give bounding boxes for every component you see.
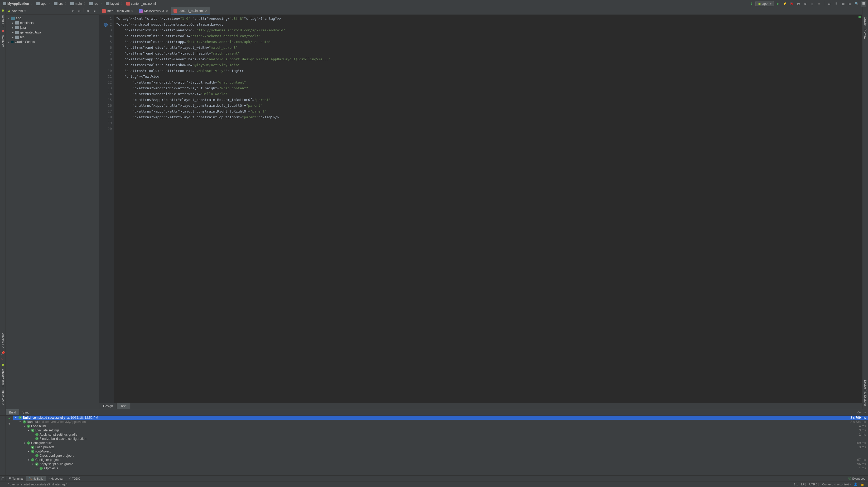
settings-icon[interactable]: ☰ [861, 1, 866, 7]
tree-item[interactable]: ▸java [6, 25, 99, 30]
editor-area: menu_main.xml×MainActivity.kt×content_ma… [99, 7, 862, 409]
build-row[interactable]: Finalize build cache configuration [13, 437, 868, 441]
build-label: Load build [31, 424, 859, 428]
bottom-tool-stripe: ▢ ⌘Terminal 🔨4: Build ≡6: Logcat ✓TODO ⓘ… [0, 476, 868, 481]
resource-manager-icon[interactable]: ▤ [847, 1, 853, 7]
code-editor[interactable]: "c-tag"><?xml "c-attr">version="1.0" "c-… [114, 15, 862, 403]
status-ok-icon [31, 446, 34, 449]
terminal-tool-tab[interactable]: ⌘Terminal [6, 476, 26, 481]
sdk-manager-icon[interactable]: ⬇ [833, 1, 839, 7]
build-row[interactable]: ▾Run build /Users/eric/Sites/MyApplicati… [13, 420, 868, 424]
gradle-tool-tab[interactable]: Gradle [863, 15, 867, 27]
editor-tab[interactable]: MainActivity.kt× [136, 7, 171, 14]
editor-tab[interactable]: menu_main.xml× [99, 7, 136, 14]
build-row[interactable]: ▾Evaluate settings3 ms [13, 428, 868, 432]
captures-icon [2, 30, 4, 32]
sync-tab[interactable]: Sync [19, 409, 33, 415]
tree-item[interactable]: ▾app [6, 16, 99, 21]
cursor-position[interactable]: 1:1 [792, 483, 800, 486]
run-configuration-selector[interactable]: ▣ app ▾ [755, 1, 774, 6]
build-row[interactable]: Apply script settings.gradle1 ms [13, 432, 868, 437]
tree-item[interactable]: ▸generatedJava [6, 30, 99, 35]
inspection-icon[interactable]: 👤 [852, 483, 859, 486]
build-tree[interactable]: ▾Build: completed successfully at 10/31/… [13, 416, 868, 476]
hammer-icon: 🔨 [29, 477, 32, 480]
filter-icon[interactable]: ▼ [8, 422, 11, 426]
close-tab-icon[interactable]: × [166, 9, 168, 13]
kotlin-file-icon [139, 9, 143, 13]
logcat-tool-tab[interactable]: ≡6: Logcat [46, 476, 66, 481]
line-separator[interactable]: LF‡ [800, 483, 808, 486]
build-row[interactable]: ▾Apply script build.gradle96 ms [13, 462, 868, 466]
avd-manager-icon[interactable]: ⊡ [826, 1, 832, 7]
device-file-explorer-tool-tab[interactable]: Device File Explorer [863, 379, 867, 408]
build-tab[interactable]: Build [6, 409, 19, 415]
preview-tool-tab[interactable]: Preview [863, 27, 867, 40]
hide-icon[interactable]: ⇥ [91, 8, 97, 14]
breadcrumb-folder[interactable]: layout [105, 1, 120, 6]
lock-icon[interactable]: 🔒 [859, 483, 866, 486]
build-sidebar: ✔ ▼ [6, 416, 13, 476]
favorites-tool-tab[interactable]: 2: Favorites [1, 331, 5, 350]
build-row[interactable]: ▾Configure build209 ms [13, 441, 868, 445]
profile-button[interactable]: ◔ [796, 1, 801, 7]
project-view-selector[interactable]: ◆ Android ▾ [8, 9, 70, 13]
gear-icon[interactable]: ⚙ [85, 8, 91, 14]
build-row[interactable]: ▾allprojects1 ms [13, 466, 868, 470]
editor-gutter[interactable]: 1 234567891011121314151617181920 [99, 15, 114, 403]
design-tab[interactable]: Design [99, 403, 117, 409]
event-log-tool-tab[interactable]: ⓘEvent Log [845, 476, 868, 481]
build-label: rootProject [35, 450, 866, 453]
run-button[interactable]: ▶ [775, 1, 781, 7]
build-timing: 3 s 799 ms [850, 416, 866, 420]
apply-changes-icon[interactable]: ⚡ [782, 1, 787, 7]
layout-inspector-icon[interactable]: ▦ [840, 1, 846, 7]
hide-icon[interactable]: ⤓ [862, 409, 868, 415]
breadcrumb-folder[interactable]: main [69, 1, 83, 6]
editor-tab[interactable]: content_main.xml× [171, 7, 210, 14]
build-row[interactable]: Load projects3 ms [13, 445, 868, 449]
file-encoding[interactable]: UTF-8‡ [808, 483, 820, 486]
tree-item[interactable]: ▸manifests [6, 21, 99, 25]
breadcrumb-file[interactable]: content_main.xml [125, 1, 157, 6]
device-icon[interactable]: ▯ [809, 1, 815, 7]
gear-icon[interactable]: ⚙▾ [857, 409, 862, 415]
sync-gradle-icon[interactable]: ⤓ [749, 1, 754, 7]
build-row[interactable]: ▾Build: completed successfully at 10/31/… [13, 416, 868, 420]
breadcrumb-folder[interactable]: res [88, 1, 99, 6]
build-row[interactable]: ▾Configure project :97 ms [13, 458, 868, 462]
attach-debugger-icon[interactable]: ⊕ [802, 1, 808, 7]
close-tab-icon[interactable]: × [131, 9, 133, 13]
build-variants-tool-tab[interactable]: Build Variants [1, 367, 5, 388]
tree-arrow-icon: ▾ [7, 17, 10, 20]
quick-access-icon[interactable]: ▢ [0, 476, 6, 481]
main-layout: 1: Project Captures 2: Favorites 📌 ✕ Bui… [0, 7, 868, 409]
todo-tool-tab[interactable]: ✓TODO [66, 476, 83, 481]
folder-icon [106, 2, 110, 5]
close-tab-icon[interactable]: × [205, 9, 207, 13]
stop-button[interactable]: ■ [816, 1, 822, 7]
breadcrumb-project[interactable]: MyApplication [2, 1, 30, 6]
captures-tool-tab[interactable]: Captures [1, 34, 5, 49]
build-row[interactable]: ▾rootProject [13, 449, 868, 454]
text-tab[interactable]: Text [117, 403, 130, 409]
locate-icon[interactable]: ⊙ [70, 8, 76, 14]
context-selector[interactable]: Context: <no context> [820, 483, 852, 486]
build-tool-tab[interactable]: 🔨4: Build [26, 476, 46, 481]
build-timing: 1 ms [859, 466, 866, 470]
breadcrumb-folder[interactable]: src [53, 1, 64, 6]
debug-button[interactable]: 🐞 [788, 1, 795, 7]
search-icon[interactable]: 🔍 [854, 1, 860, 7]
build-row[interactable]: Cross-configure project : [13, 454, 868, 458]
project-tree[interactable]: ▾app▸manifests▸java▸generatedJava▸res▸⬢G… [6, 15, 99, 409]
breadcrumb-module[interactable]: app [35, 1, 48, 6]
collapse-icon[interactable]: ⇤ [77, 8, 83, 14]
tree-item[interactable]: ▸⬢Gradle Scripts [6, 39, 99, 44]
build-row[interactable]: ▾Load build4 ms [13, 424, 868, 428]
toolbar-right: ⤓ ▣ app ▾ ▶ ⚡ 🐞 ◔ ⊕ ▯ ■ ⊡ ⬇ ▦ ▤ 🔍 ☰ [749, 1, 866, 7]
structure-tool-tab[interactable]: 7: Structure [1, 389, 5, 407]
tree-item[interactable]: ▸res [6, 35, 99, 39]
project-tool-tab[interactable]: 1: Project [1, 13, 5, 29]
folder-icon [15, 31, 19, 34]
tab-label: content_main.xml [179, 9, 204, 13]
